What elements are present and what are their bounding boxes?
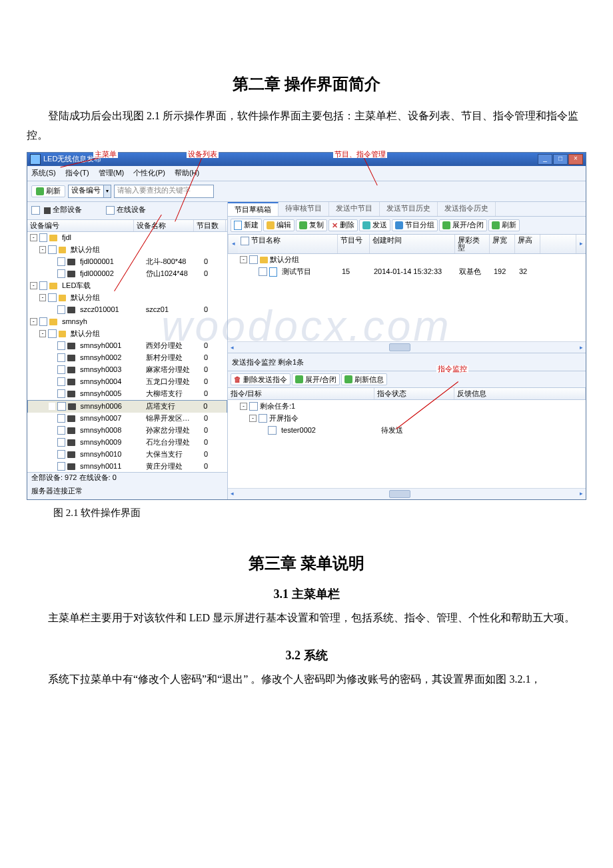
scroll-right-button[interactable]: ▸ bbox=[576, 235, 586, 253]
menu-system[interactable]: 系统(S) bbox=[31, 169, 56, 177]
close-button[interactable]: × bbox=[568, 154, 583, 165]
program-count: 0 bbox=[201, 354, 227, 361]
menu-command[interactable]: 指令(T) bbox=[65, 169, 89, 177]
row-checkbox[interactable] bbox=[57, 257, 66, 266]
col-height[interactable]: 屏高 bbox=[515, 235, 540, 253]
row-checkbox[interactable] bbox=[39, 281, 48, 290]
menu-personalize[interactable]: 个性化(P) bbox=[133, 169, 165, 177]
row-checkbox[interactable] bbox=[57, 402, 66, 411]
row-checkbox[interactable] bbox=[39, 233, 48, 242]
connection-status: 服务器连接正常 bbox=[27, 486, 227, 499]
col-color-type[interactable]: 屏彩类型 bbox=[455, 235, 490, 253]
copy-button[interactable]: 复制 bbox=[296, 219, 327, 231]
tree-row[interactable]: smnsyh0008孙家岔分理处0 bbox=[27, 425, 227, 437]
tab-history[interactable]: 发送节目历史 bbox=[380, 202, 438, 216]
tree-row[interactable]: -smnsyh bbox=[27, 316, 227, 328]
tab-sending[interactable]: 发送中节目 bbox=[329, 202, 380, 216]
tree-row[interactable]: smnsyh0006店塔支行0 bbox=[27, 400, 227, 413]
row-checkbox[interactable] bbox=[57, 365, 66, 374]
tree-row[interactable]: -fjdl bbox=[27, 232, 227, 244]
col-cmd-status[interactable]: 指令状态 bbox=[374, 388, 454, 399]
toggle-icon[interactable]: - bbox=[30, 318, 37, 325]
filter-all-devices[interactable]: 全部设备 bbox=[31, 206, 82, 215]
tree-row[interactable]: szcz010001szcz010 bbox=[27, 304, 227, 316]
cmd-scrollbar[interactable]: ◂▸ bbox=[228, 488, 586, 499]
row-checkbox[interactable] bbox=[57, 426, 66, 435]
expand-button[interactable]: 展开/合闭 bbox=[439, 219, 487, 231]
send-button[interactable]: 发送 bbox=[359, 219, 390, 231]
toggle-icon[interactable]: - bbox=[30, 234, 37, 241]
tree-row[interactable]: -默认分组 bbox=[27, 244, 227, 256]
new-button[interactable]: 新建 bbox=[231, 219, 262, 232]
tab-pending[interactable]: 待审核节目 bbox=[279, 202, 329, 216]
col-device-name[interactable]: 设备名称 bbox=[134, 220, 194, 231]
row-checkbox[interactable] bbox=[57, 438, 66, 447]
refresh-info-button[interactable]: 刷新信息 bbox=[341, 373, 387, 385]
scroll-left-button[interactable]: ◂ bbox=[228, 235, 238, 253]
program-grid[interactable]: -默认分组 测试节目 15 2014-01-14 15:32:33 双基色 19… bbox=[228, 254, 586, 342]
toggle-icon[interactable]: - bbox=[240, 256, 247, 263]
tree-row[interactable]: -LED车载 bbox=[27, 280, 227, 292]
row-checkbox[interactable] bbox=[57, 341, 66, 350]
col-program-no[interactable]: 节目号 bbox=[338, 235, 370, 253]
tree-row[interactable]: smnsyh0007锦界开发区…0 bbox=[27, 413, 227, 425]
menu-manage[interactable]: 管理(M) bbox=[99, 169, 125, 177]
row-checkbox[interactable] bbox=[57, 389, 66, 398]
tree-row[interactable]: smnsyh0002新村分理处0 bbox=[27, 352, 227, 364]
col-cmd-feedback[interactable]: 反馈信息 bbox=[454, 388, 586, 399]
program-scrollbar[interactable]: ◂▸ bbox=[228, 341, 586, 353]
tree-row[interactable]: fjdl000001北斗‑800*480 bbox=[27, 256, 227, 268]
tree-row[interactable]: -默认分组 bbox=[27, 328, 227, 340]
tree-row[interactable]: smnsyh0004五龙口分理处0 bbox=[27, 376, 227, 388]
cmd-monitor-grid[interactable]: -剩余任务:1 -开屏指令 tester0002 待发送 bbox=[228, 400, 586, 488]
device-tree[interactable]: -fjdl-默认分组fjdl000001北斗‑800*480fjdl000002… bbox=[27, 232, 227, 472]
delete-button[interactable]: ✕删除 bbox=[328, 219, 358, 231]
row-checkbox[interactable] bbox=[48, 245, 57, 254]
row-checkbox[interactable] bbox=[57, 353, 66, 362]
col-device-no[interactable]: 设备编号 bbox=[27, 220, 134, 231]
refresh-button[interactable]: 刷新 bbox=[31, 185, 65, 197]
group-button[interactable]: 节目分组 bbox=[392, 219, 438, 231]
minimize-button[interactable]: _ bbox=[538, 154, 552, 165]
row-checkbox[interactable] bbox=[39, 317, 48, 326]
tree-row[interactable]: -默认分组 bbox=[27, 292, 227, 304]
device-no-dropdown[interactable]: 设备编号 ▾ bbox=[68, 185, 111, 198]
row-checkbox[interactable] bbox=[57, 450, 66, 459]
expand-icon bbox=[295, 375, 303, 383]
row-checkbox[interactable] bbox=[57, 377, 66, 386]
toggle-blank bbox=[48, 439, 55, 446]
toggle-blank bbox=[48, 306, 55, 313]
row-checkbox[interactable] bbox=[57, 305, 66, 314]
search-input[interactable]: 请输入要查找的关键字 bbox=[114, 185, 214, 198]
menu-help[interactable]: 帮助(H) bbox=[175, 169, 199, 177]
delete-send-cmd-button[interactable]: 🗑删除发送指令 bbox=[231, 373, 291, 385]
col-program-name[interactable]: 节目名称 bbox=[238, 235, 338, 253]
tree-row[interactable]: fjdl000002岱山1024*480 bbox=[27, 268, 227, 280]
toggle-icon[interactable]: - bbox=[39, 330, 47, 337]
row-checkbox[interactable] bbox=[48, 293, 57, 302]
tab-draft[interactable]: 节目草稿箱 bbox=[228, 202, 279, 216]
row-checkbox[interactable] bbox=[57, 414, 66, 423]
col-cmd-target[interactable]: 指令/目标 bbox=[228, 388, 374, 399]
tree-row[interactable]: smnsyh0011黄庄分理处0 bbox=[27, 461, 227, 472]
tree-row[interactable]: smnsyh0001西郊分理处0 bbox=[27, 340, 227, 352]
edit-button[interactable]: 编辑 bbox=[263, 219, 295, 231]
col-program-count[interactable]: 节目数 bbox=[194, 220, 226, 231]
toggle-icon[interactable]: - bbox=[39, 246, 47, 253]
tree-row[interactable]: smnsyh0009石圪台分理处0 bbox=[27, 437, 227, 449]
expand-cmd-button[interactable]: 展开/合闭 bbox=[292, 373, 340, 385]
refresh-right-button[interactable]: 刷新 bbox=[488, 219, 520, 231]
row-checkbox[interactable] bbox=[48, 329, 57, 338]
tab-cmd-history[interactable]: 发送指令历史 bbox=[438, 202, 496, 216]
tree-row[interactable]: smnsyh0003麻家塔分理处0 bbox=[27, 364, 227, 376]
row-checkbox[interactable] bbox=[57, 462, 66, 471]
row-checkbox[interactable] bbox=[57, 269, 66, 278]
tree-row[interactable]: smnsyh0005大柳塔支行0 bbox=[27, 388, 227, 400]
maximize-button[interactable]: □ bbox=[553, 154, 568, 165]
toggle-icon[interactable]: - bbox=[30, 282, 37, 289]
tree-row[interactable]: smnsyh0010大保当支行0 bbox=[27, 449, 227, 461]
filter-online-devices[interactable]: 在线设备 bbox=[106, 206, 146, 215]
col-create-time[interactable]: 创建时间 bbox=[370, 235, 455, 253]
col-width[interactable]: 屏宽 bbox=[490, 235, 515, 253]
toggle-icon[interactable]: - bbox=[39, 294, 47, 301]
